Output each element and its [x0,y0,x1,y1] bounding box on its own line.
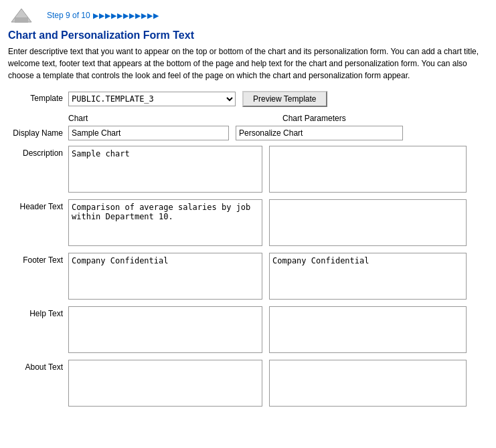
footer-text-row: Footer Text Company Confidential Company… [8,253,488,300]
svg-rect-1 [15,17,28,23]
about-text-chart-textarea[interactable] [68,360,262,407]
description-fields: Sample chart [68,146,488,193]
help-text-params-textarea[interactable] [269,306,467,353]
description-params-textarea[interactable] [269,146,467,193]
help-text-fields [68,306,488,353]
display-name-row: Display Name [8,126,488,140]
header-text-label: Header Text [8,199,68,211]
step-arrows: ▶▶▶▶▶▶▶▶▶▶▶ [93,11,159,20]
header-text-fields: Comparison of average salaries by job wi… [68,199,488,246]
template-field-area: PUBLIC.TEMPLATE_3 Preview Template [68,91,488,107]
about-text-label: About Text [8,360,68,372]
about-text-row: About Text [8,360,488,407]
help-text-row: Help Text [8,306,488,353]
display-name-chart-input[interactable] [68,126,229,140]
display-name-fields [68,126,488,140]
help-text-label: Help Text [8,306,68,318]
footer-text-label: Footer Text [8,253,68,265]
footer-text-fields: Company Confidential Company Confidentia… [68,253,488,300]
header-text-row: Header Text Comparison of average salari… [8,199,488,246]
about-text-fields [68,360,488,407]
about-text-params-textarea[interactable] [269,360,467,407]
description-chart-textarea[interactable]: Sample chart [68,146,262,193]
template-row: Template PUBLIC.TEMPLATE_3 Preview Templ… [8,91,488,107]
template-label: Template [8,91,68,103]
header-text-chart-textarea[interactable]: Comparison of average salaries by job wi… [68,199,262,246]
chart-column-header: Chart [68,114,269,123]
params-column-header: Chart Parameters [282,114,488,123]
footer-text-chart-textarea[interactable]: Company Confidential [68,253,262,300]
preview-template-button[interactable]: Preview Template [242,91,327,107]
description-row: Description Sample chart [8,146,488,193]
step-text: Step 9 of 10 [47,11,90,20]
footer-text-params-textarea[interactable]: Company Confidential [269,253,467,300]
help-text-chart-textarea[interactable] [68,306,262,353]
display-name-label: Display Name [8,128,68,138]
logo [8,5,42,25]
page-description: Enter descriptive text that you want to … [8,45,488,82]
column-headers: Chart Chart Parameters [68,114,488,123]
page-title: Chart and Personalization Form Text [8,29,488,41]
display-name-params-input[interactable] [236,126,403,140]
header-text-params-textarea[interactable] [269,199,467,246]
template-select[interactable]: PUBLIC.TEMPLATE_3 [68,92,236,106]
step-bar: Step 9 of 10 ▶▶▶▶▶▶▶▶▶▶▶ [8,5,488,25]
description-label: Description [8,146,68,158]
